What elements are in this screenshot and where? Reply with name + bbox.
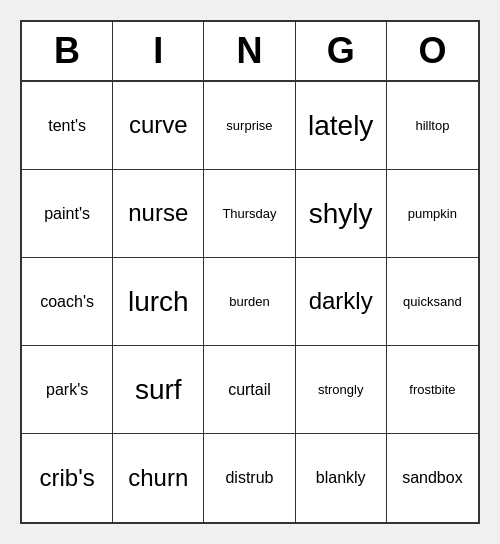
bingo-cell: coach's bbox=[22, 258, 113, 346]
cell-text: surf bbox=[135, 373, 182, 407]
bingo-cell: crib's bbox=[22, 434, 113, 522]
bingo-cell: park's bbox=[22, 346, 113, 434]
bingo-cell: blankly bbox=[296, 434, 387, 522]
cell-text: darkly bbox=[309, 287, 373, 316]
bingo-cell: lurch bbox=[113, 258, 204, 346]
bingo-cell: Thursday bbox=[204, 170, 295, 258]
cell-text: quicksand bbox=[403, 294, 462, 310]
bingo-cell: shyly bbox=[296, 170, 387, 258]
cell-text: strongly bbox=[318, 382, 364, 398]
bingo-cell: curve bbox=[113, 82, 204, 170]
bingo-header: BINGO bbox=[22, 22, 478, 82]
header-letter: B bbox=[22, 22, 113, 80]
bingo-cell: curtail bbox=[204, 346, 295, 434]
cell-text: coach's bbox=[40, 292, 94, 311]
cell-text: hilltop bbox=[415, 118, 449, 134]
header-letter: G bbox=[296, 22, 387, 80]
bingo-cell: frostbite bbox=[387, 346, 478, 434]
bingo-cell: burden bbox=[204, 258, 295, 346]
cell-text: curve bbox=[129, 111, 188, 140]
cell-text: Thursday bbox=[222, 206, 276, 222]
bingo-cell: sandbox bbox=[387, 434, 478, 522]
bingo-cell: paint's bbox=[22, 170, 113, 258]
cell-text: burden bbox=[229, 294, 269, 310]
cell-text: distrub bbox=[225, 468, 273, 487]
bingo-cell: pumpkin bbox=[387, 170, 478, 258]
cell-text: shyly bbox=[309, 197, 373, 231]
cell-text: pumpkin bbox=[408, 206, 457, 222]
bingo-cell: strongly bbox=[296, 346, 387, 434]
bingo-cell: churn bbox=[113, 434, 204, 522]
cell-text: surprise bbox=[226, 118, 272, 134]
cell-text: lurch bbox=[128, 285, 189, 319]
bingo-cell: surf bbox=[113, 346, 204, 434]
bingo-grid: tent'scurvesurpriselatelyhilltoppaint'sn… bbox=[22, 82, 478, 522]
cell-text: nurse bbox=[128, 199, 188, 228]
cell-text: park's bbox=[46, 380, 88, 399]
bingo-cell: darkly bbox=[296, 258, 387, 346]
bingo-cell: hilltop bbox=[387, 82, 478, 170]
cell-text: sandbox bbox=[402, 468, 463, 487]
bingo-cell: quicksand bbox=[387, 258, 478, 346]
cell-text: paint's bbox=[44, 204, 90, 223]
bingo-cell: surprise bbox=[204, 82, 295, 170]
cell-text: blankly bbox=[316, 468, 366, 487]
header-letter: I bbox=[113, 22, 204, 80]
bingo-cell: distrub bbox=[204, 434, 295, 522]
cell-text: lately bbox=[308, 109, 373, 143]
header-letter: O bbox=[387, 22, 478, 80]
cell-text: frostbite bbox=[409, 382, 455, 398]
cell-text: crib's bbox=[39, 464, 94, 493]
bingo-cell: nurse bbox=[113, 170, 204, 258]
cell-text: curtail bbox=[228, 380, 271, 399]
header-letter: N bbox=[204, 22, 295, 80]
bingo-cell: tent's bbox=[22, 82, 113, 170]
cell-text: churn bbox=[128, 464, 188, 493]
cell-text: tent's bbox=[48, 116, 86, 135]
bingo-card: BINGO tent'scurvesurpriselatelyhilltoppa… bbox=[20, 20, 480, 524]
bingo-cell: lately bbox=[296, 82, 387, 170]
